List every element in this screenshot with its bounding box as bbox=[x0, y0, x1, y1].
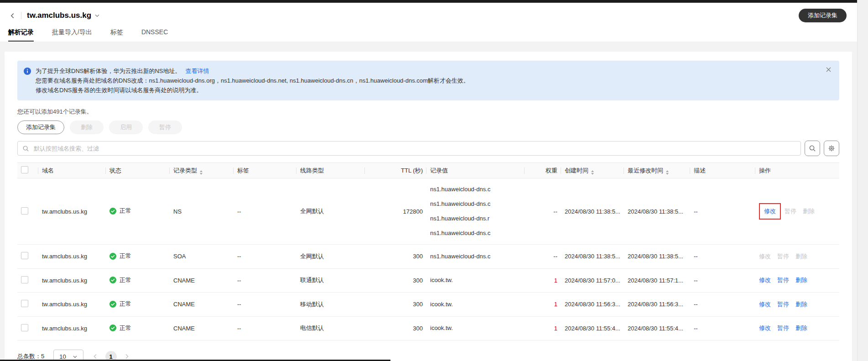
cell-record-values: icook.tw. bbox=[426, 293, 525, 317]
cell-record-type: SOA bbox=[170, 245, 234, 269]
cell-actions: 修改暂停删除 bbox=[755, 178, 839, 245]
page: tw.amclubs.us.kg 添加记录集 解析记录批量导入/导出标签DNSS… bbox=[0, 3, 858, 361]
select-all-checkbox[interactable] bbox=[21, 166, 28, 173]
cell-tag: -- bbox=[234, 293, 296, 317]
cell-line-type: 电信默认 bbox=[296, 316, 365, 340]
content-area: 为了提升全球DNS解析体验，华为云推出新的NS地址。查看详情 您需要在域名服务商… bbox=[0, 42, 858, 361]
page-header: tw.amclubs.us.kg 添加记录集 解析记录批量导入/导出标签DNSS… bbox=[0, 3, 858, 42]
record-value: icook.tw. bbox=[430, 297, 521, 312]
add-recordset-button[interactable]: 添加记录集 bbox=[17, 120, 64, 134]
check-circle-icon bbox=[109, 208, 116, 215]
search-icon bbox=[22, 145, 29, 152]
title-row: tw.amclubs.us.kg 添加记录集 bbox=[7, 7, 847, 24]
prev-page-button[interactable] bbox=[93, 354, 98, 359]
row-checkbox[interactable] bbox=[21, 207, 28, 215]
cell-actions: 修改暂停删除 bbox=[755, 293, 839, 317]
col-label: TTL (秒) bbox=[401, 167, 423, 174]
col-label: 状态 bbox=[109, 167, 121, 174]
cell-line-type: 全网默认 bbox=[296, 245, 365, 269]
chevron-down-icon bbox=[94, 13, 100, 18]
col-header-actions: 操作 bbox=[755, 163, 839, 178]
search-input[interactable] bbox=[33, 145, 796, 152]
col-header-value: 记录值 bbox=[426, 163, 525, 178]
status-badge: 正常 bbox=[109, 207, 131, 215]
col-label: 创建时间 bbox=[565, 167, 588, 174]
col-header-desc: 描述 bbox=[690, 163, 755, 178]
row-select-cell bbox=[17, 178, 38, 245]
row-select-cell bbox=[17, 268, 38, 293]
quota-text: 您还可以添加491个记录集。 bbox=[17, 108, 839, 116]
status-text: 正常 bbox=[120, 276, 131, 284]
status-text: 正常 bbox=[120, 207, 131, 215]
row-checkbox[interactable] bbox=[21, 324, 28, 331]
search-box bbox=[17, 141, 801, 156]
next-page-button[interactable] bbox=[124, 354, 130, 359]
col-label: 记录值 bbox=[430, 167, 448, 174]
cell-ttl: 300 bbox=[365, 316, 426, 340]
tab-records[interactable]: 解析记录 bbox=[8, 28, 34, 42]
cell-modified-time: 2024/08/30 11:56:3... bbox=[624, 293, 690, 317]
check-circle-icon bbox=[109, 253, 116, 260]
tab-tags[interactable]: 标签 bbox=[110, 28, 123, 42]
cell-tag: -- bbox=[234, 316, 296, 340]
action-pause-link[interactable]: 暂停 bbox=[777, 301, 789, 308]
search-button[interactable] bbox=[805, 141, 820, 156]
total-value: 5 bbox=[41, 353, 44, 360]
back-button[interactable] bbox=[7, 10, 17, 21]
chevron-down-icon bbox=[73, 354, 78, 359]
sort-icon[interactable] bbox=[666, 170, 669, 175]
action-modify-link[interactable]: 修改 bbox=[759, 324, 771, 331]
row-checkbox[interactable] bbox=[21, 252, 28, 259]
action-pause-link[interactable]: 暂停 bbox=[777, 324, 789, 331]
page-size-value: 10 bbox=[59, 353, 66, 360]
tab-import-export[interactable]: 批量导入/导出 bbox=[52, 28, 92, 42]
row-checkbox[interactable] bbox=[21, 276, 28, 283]
cell-description: -- bbox=[690, 293, 755, 317]
cell-created-time: 2024/08/30 11:57:0... bbox=[561, 268, 624, 293]
col-header-weight: 权重 bbox=[525, 163, 561, 178]
action-pause-link[interactable]: 暂停 bbox=[777, 277, 789, 283]
cell-description: -- bbox=[690, 245, 755, 269]
cell-created-time: 2024/08/30 11:56:3... bbox=[561, 293, 624, 317]
records-card: 为了提升全球DNS解析体验，华为云推出新的NS地址。查看详情 您需要在域名服务商… bbox=[5, 52, 852, 361]
status-badge: 正常 bbox=[109, 324, 131, 332]
sort-icon[interactable] bbox=[200, 170, 203, 175]
col-header-type[interactable]: 记录类型 bbox=[170, 163, 234, 178]
record-value: ns1.huaweicloud-dns.c bbox=[430, 226, 521, 241]
action-delete-link[interactable]: 删除 bbox=[795, 301, 807, 308]
cell-domain: tw.amclubs.us.kg bbox=[38, 316, 106, 340]
banner-close-icon[interactable] bbox=[826, 67, 831, 72]
chevron-left-icon bbox=[93, 354, 98, 359]
action-modify-link[interactable]: 修改 bbox=[759, 277, 771, 283]
cell-record-type: NS bbox=[170, 178, 234, 245]
col-header-modified[interactable]: 最近修改时间 bbox=[624, 163, 690, 178]
status-text: 正常 bbox=[120, 324, 131, 332]
scrollbar-track[interactable] bbox=[857, 0, 868, 361]
cell-record-values: ns1.huaweicloud-dns.cns1.huaweicloud-dns… bbox=[426, 178, 525, 245]
action-delete-link[interactable]: 删除 bbox=[795, 277, 807, 283]
status-text: 正常 bbox=[120, 252, 131, 260]
col-header-line: 线路类型 bbox=[296, 163, 365, 178]
action-delete-link[interactable]: 删除 bbox=[795, 324, 807, 331]
action-modify-link[interactable]: 修改 bbox=[759, 301, 771, 308]
cell-weight: -- bbox=[525, 178, 561, 245]
col-label: 域名 bbox=[42, 167, 54, 174]
cell-modified-time: 2024/08/30 11:55:4... bbox=[624, 316, 690, 340]
row-checkbox[interactable] bbox=[21, 300, 28, 307]
add-recordset-header-button[interactable]: 添加记录集 bbox=[799, 9, 847, 22]
tab-dnssec[interactable]: DNSSEC bbox=[141, 28, 168, 42]
col-header-select[interactable] bbox=[17, 163, 38, 178]
record-value: ns1.huaweicloud-dns.c bbox=[430, 197, 521, 211]
cell-ttl: 300 bbox=[365, 245, 426, 269]
table-body: tw.amclubs.us.kg正常NS--全网默认172800ns1.huaw… bbox=[17, 178, 839, 340]
status-text: 正常 bbox=[120, 300, 131, 308]
cell-record-values: icook.tw. bbox=[426, 316, 525, 340]
view-details-link[interactable]: 查看详情 bbox=[186, 68, 209, 74]
domain-dropdown-toggle[interactable] bbox=[94, 13, 100, 18]
record-row: tw.amclubs.us.kg正常NS--全网默认172800ns1.huaw… bbox=[17, 178, 839, 245]
col-header-created[interactable]: 创建时间 bbox=[561, 163, 624, 178]
sort-icon[interactable] bbox=[591, 170, 594, 175]
column-settings-button[interactable] bbox=[824, 141, 839, 156]
action-modify-link[interactable]: 修改 bbox=[764, 208, 776, 215]
header-divider bbox=[21, 12, 21, 19]
